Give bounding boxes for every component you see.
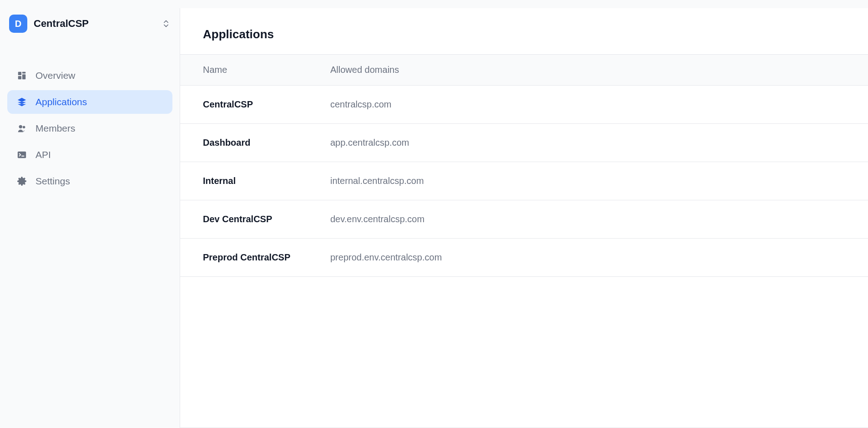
app-name: CentralCSP (203, 99, 330, 110)
page-title: Applications (203, 27, 845, 41)
svg-rect-3 (18, 76, 21, 79)
sidebar-item-members[interactable]: Members (7, 117, 172, 140)
sidebar-nav: Overview Applications Members API Settin (7, 64, 172, 193)
chevron-up-down-icon (161, 19, 171, 28)
app-domain: app.centralcsp.com (330, 138, 845, 148)
sidebar-item-applications[interactable]: Applications (7, 90, 172, 114)
sidebar-item-label: Settings (35, 176, 70, 187)
sidebar-item-label: API (35, 149, 51, 160)
column-header-domain: Allowed domains (330, 65, 845, 75)
app-domain: internal.centralcsp.com (330, 176, 845, 186)
sidebar-item-label: Applications (35, 97, 87, 107)
table-row[interactable]: CentralCSP centralcsp.com (180, 86, 868, 124)
org-avatar: D (9, 15, 27, 33)
org-name: CentralCSP (34, 18, 155, 30)
app-name: Dev CentralCSP (203, 214, 330, 224)
layers-icon (16, 97, 27, 107)
sidebar-item-label: Overview (35, 70, 76, 81)
grid-icon (16, 70, 27, 81)
svg-rect-0 (18, 72, 21, 75)
main-content: Applications Name Allowed domains Centra… (180, 8, 868, 428)
sidebar: D CentralCSP Overview Applications Membe… (0, 0, 180, 428)
terminal-icon (16, 149, 27, 160)
app-name: Dashboard (203, 138, 330, 148)
svg-rect-6 (18, 152, 26, 158)
svg-rect-2 (22, 74, 25, 79)
app-name: Internal (203, 176, 330, 186)
sidebar-item-overview[interactable]: Overview (7, 64, 172, 87)
table-row[interactable]: Dashboard app.centralcsp.com (180, 124, 868, 162)
gear-icon (16, 176, 27, 187)
app-domain: centralcsp.com (330, 99, 845, 110)
sidebar-item-label: Members (35, 123, 76, 134)
table-row[interactable]: Dev CentralCSP dev.env.centralcsp.com (180, 200, 868, 239)
table-row[interactable]: Preprod CentralCSP preprod.env.centralcs… (180, 239, 868, 277)
sidebar-item-api[interactable]: API (7, 143, 172, 167)
app-domain: dev.env.centralcsp.com (330, 214, 845, 224)
app-domain: preprod.env.centralcsp.com (330, 252, 845, 263)
applications-table: Name Allowed domains CentralCSP centralc… (180, 54, 868, 277)
svg-rect-1 (22, 72, 25, 74)
org-switcher[interactable]: D CentralCSP (7, 11, 172, 36)
table-header: Name Allowed domains (180, 54, 868, 86)
users-icon (16, 123, 27, 134)
svg-point-5 (23, 126, 25, 129)
sidebar-item-settings[interactable]: Settings (7, 169, 172, 193)
page-header: Applications (180, 17, 868, 54)
column-header-name: Name (203, 65, 330, 75)
org-initial: D (15, 19, 21, 29)
table-row[interactable]: Internal internal.centralcsp.com (180, 162, 868, 200)
app-name: Preprod CentralCSP (203, 252, 330, 263)
svg-point-4 (19, 125, 22, 128)
